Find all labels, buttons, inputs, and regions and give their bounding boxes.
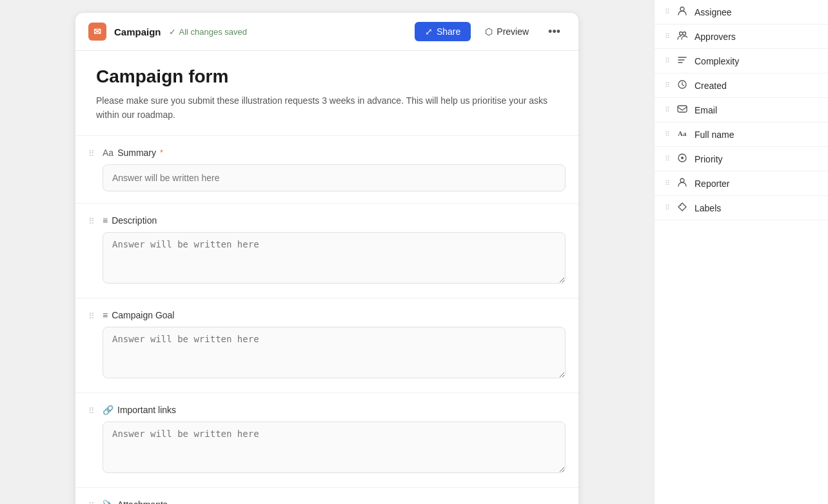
- svg-rect-7: [678, 106, 687, 112]
- sidebar-full-name-drag: ⠿: [665, 130, 670, 139]
- check-icon: ✓: [169, 27, 176, 37]
- description-field-block: ⠿ ≡ Description: [75, 204, 578, 298]
- created-icon: [676, 79, 688, 92]
- important-links-label: 🔗 Important links: [103, 405, 566, 415]
- full-name-icon: Aa: [676, 128, 688, 141]
- sidebar-created-label: Created: [695, 81, 818, 91]
- campaign-goal-input[interactable]: [103, 327, 566, 378]
- description-label: ≡ Description: [103, 215, 566, 226]
- attachments-label: 📎 Attachments: [103, 499, 566, 504]
- description-input[interactable]: [103, 232, 566, 284]
- sidebar-complexity-label: Complexity: [695, 56, 818, 66]
- main-area: ✉ Campaign ✓ All changes saved ⤢ Share ⬡…: [0, 0, 654, 504]
- svg-text:Aa: Aa: [678, 130, 687, 137]
- important-links-icon: 🔗: [103, 405, 113, 415]
- form-fields: ⠿ Aa Summary * ⠿ ≡: [75, 136, 578, 504]
- summary-label: Aa Summary *: [103, 148, 566, 158]
- sidebar-item-assignee[interactable]: ⠿ Assignee: [655, 0, 828, 24]
- sidebar-assignee-drag: ⠿: [665, 8, 670, 16]
- sidebar-labels-drag: ⠿: [665, 204, 670, 212]
- summary-field-content: Aa Summary *: [103, 148, 566, 191]
- sidebar-item-labels[interactable]: ⠿ Labels: [655, 196, 828, 220]
- email-icon: [676, 104, 688, 116]
- svg-point-10: [681, 157, 684, 159]
- sidebar-item-approvers[interactable]: ⠿ Approvers: [655, 24, 828, 49]
- campaign-name: Campaign: [114, 26, 161, 37]
- saved-status: ✓ All changes saved: [169, 27, 407, 37]
- assignee-icon: [676, 6, 688, 18]
- summary-drag-handle[interactable]: ⠿: [88, 148, 95, 159]
- sidebar-item-priority[interactable]: ⠿ Priority: [655, 147, 828, 171]
- saved-status-text: All changes saved: [179, 27, 248, 37]
- sidebar-labels-label: Labels: [695, 203, 818, 213]
- svg-point-12: [680, 205, 682, 206]
- form-description: Please make sure you submit these illust…: [96, 93, 558, 122]
- form-card: ✉ Campaign ✓ All changes saved ⤢ Share ⬡…: [75, 13, 578, 504]
- sidebar-email-label: Email: [695, 105, 818, 115]
- description-drag-handle[interactable]: ⠿: [88, 215, 95, 226]
- header-actions: ⤢ Share ⬡ Preview •••: [415, 22, 566, 41]
- sidebar: ⠿ Assignee ⠿ Approvers ⠿: [654, 0, 828, 504]
- sidebar-full-name-label: Full name: [695, 130, 818, 140]
- form-title-section: Campaign form Please make sure you submi…: [75, 51, 578, 136]
- form-main-title: Campaign form: [96, 66, 558, 87]
- campaign-goal-drag-handle[interactable]: ⠿: [88, 310, 95, 321]
- sidebar-reporter-label: Reporter: [695, 179, 818, 189]
- important-links-input[interactable]: [103, 422, 566, 473]
- sidebar-item-full-name[interactable]: ⠿ Aa Full name: [655, 122, 828, 147]
- preview-button[interactable]: ⬡ Preview: [476, 22, 538, 41]
- share-icon: ⤢: [425, 26, 433, 37]
- sidebar-created-drag: ⠿: [665, 81, 670, 90]
- priority-icon: [676, 153, 688, 165]
- campaign-icon: ✉: [88, 23, 106, 41]
- campaign-goal-label: ≡ Campaign Goal: [103, 310, 566, 320]
- important-links-field-block: ⠿ 🔗 Important links: [75, 393, 578, 488]
- main-content: ✉ Campaign ✓ All changes saved ⤢ Share ⬡…: [0, 0, 654, 504]
- sidebar-approvers-label: Approvers: [695, 32, 818, 42]
- attachments-field-block: ⠿ 📎 Attachments ⬆ Attachments will be up…: [75, 488, 578, 504]
- share-button[interactable]: ⤢ Share: [415, 22, 471, 41]
- summary-icon: Aa: [103, 148, 113, 158]
- reporter-icon: [676, 177, 688, 189]
- complexity-icon: [676, 55, 688, 67]
- sidebar-priority-label: Priority: [695, 154, 818, 164]
- summary-field-block: ⠿ Aa Summary *: [75, 136, 578, 204]
- summary-required: *: [160, 148, 163, 157]
- preview-label: Preview: [497, 26, 529, 37]
- sidebar-item-complexity[interactable]: ⠿ Complexity: [655, 49, 828, 73]
- sidebar-priority-drag: ⠿: [665, 155, 670, 163]
- form-header-bar: ✉ Campaign ✓ All changes saved ⤢ Share ⬡…: [75, 13, 578, 51]
- share-label: Share: [437, 26, 460, 37]
- sidebar-reporter-drag: ⠿: [665, 179, 670, 188]
- sidebar-item-reporter[interactable]: ⠿ Reporter: [655, 171, 828, 196]
- more-button[interactable]: •••: [543, 23, 566, 41]
- summary-input[interactable]: [103, 164, 566, 191]
- svg-point-1: [680, 32, 683, 35]
- sidebar-item-email[interactable]: ⠿ Email: [655, 98, 828, 122]
- sidebar-email-drag: ⠿: [665, 106, 670, 114]
- attachments-field-content: 📎 Attachments ⬆ Attachments will be uplo…: [103, 499, 566, 504]
- important-links-drag-handle[interactable]: ⠿: [88, 405, 95, 416]
- approvers-icon: [676, 30, 688, 43]
- sidebar-complexity-drag: ⠿: [665, 57, 670, 65]
- description-icon: ≡: [103, 215, 108, 226]
- preview-icon: ⬡: [485, 26, 493, 37]
- sidebar-item-created[interactable]: ⠿ Created: [655, 73, 828, 98]
- important-links-field-content: 🔗 Important links: [103, 405, 566, 476]
- campaign-goal-field-block: ⠿ ≡ Campaign Goal: [75, 298, 578, 393]
- labels-icon: [676, 202, 688, 214]
- attachments-drag-handle[interactable]: ⠿: [88, 499, 95, 504]
- attachments-icon: 📎: [103, 499, 113, 504]
- svg-point-11: [680, 179, 684, 182]
- description-field-content: ≡ Description: [103, 215, 566, 286]
- svg-point-2: [683, 32, 686, 35]
- sidebar-approvers-drag: ⠿: [665, 32, 670, 41]
- sidebar-assignee-label: Assignee: [695, 7, 818, 17]
- campaign-goal-field-content: ≡ Campaign Goal: [103, 310, 566, 381]
- svg-point-0: [680, 7, 684, 11]
- campaign-goal-icon: ≡: [103, 310, 108, 320]
